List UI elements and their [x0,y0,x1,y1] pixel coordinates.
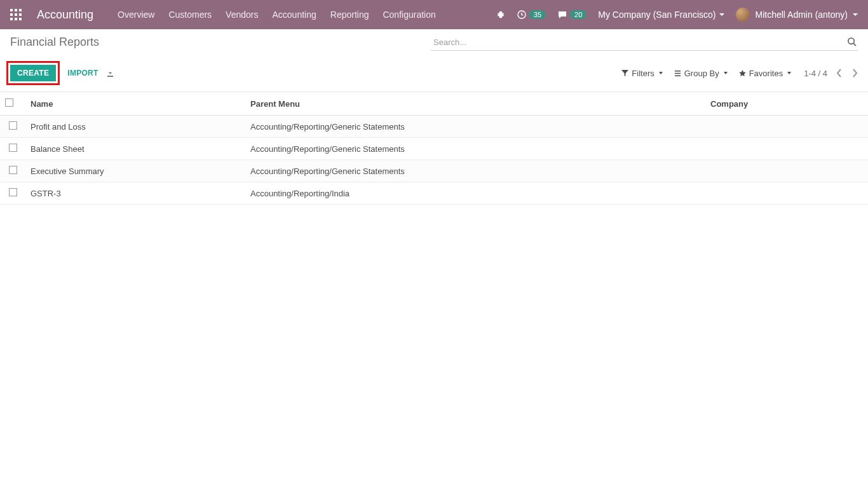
svg-rect-2 [19,9,22,11]
top-navbar: Accounting Overview Customers Vendors Ac… [0,0,868,29]
create-button[interactable]: CREATE [10,65,56,81]
table-row[interactable]: Executive Summary Accounting/Reporting/G… [0,160,868,182]
cell-parent: Accounting/Reporting/Generic Statements [245,160,705,182]
row-checkbox[interactable] [9,121,17,130]
cell-company [705,116,868,138]
chat-badge: 20 [570,10,587,19]
header-checkbox-cell [0,92,25,116]
header-company[interactable]: Company [705,92,868,116]
search-box [431,36,858,51]
cell-name: GSTR-3 [25,182,245,205]
cp-row-top: Financial Reports [10,36,858,51]
cell-company [705,182,868,205]
nav-link-vendors[interactable]: Vendors [226,10,258,20]
svg-rect-7 [15,18,17,20]
caret-down-icon [787,72,791,74]
company-switcher[interactable]: My Company (San Francisco) [598,10,724,20]
nav-link-reporting[interactable]: Reporting [330,10,369,20]
cell-name: Balance Sheet [25,138,245,160]
row-checkbox[interactable] [9,166,17,174]
svg-rect-8 [19,18,22,20]
avatar [736,8,750,22]
page-title: Financial Reports [10,36,99,51]
filters-button[interactable]: Filters [621,69,662,78]
search-input[interactable] [431,36,858,51]
nav-link-configuration[interactable]: Configuration [383,10,435,20]
timer-badge: 35 [529,10,546,19]
create-highlight: CREATE [6,61,60,85]
apps-icon[interactable] [10,9,22,20]
nav-link-accounting[interactable]: Accounting [272,10,316,20]
control-panel: Financial Reports CREATE IMPORT Filters [0,29,868,92]
navbar-right: 35 20 My Company (San Francisco) Mitchel… [496,8,858,22]
nav-link-customers[interactable]: Customers [168,10,212,20]
group-by-label: Group By [684,69,719,78]
header-parent[interactable]: Parent Menu [245,92,705,116]
cell-parent: Accounting/Reporting/Generic Statements [245,138,705,160]
group-by-button[interactable]: Group By [674,69,728,78]
nav-link-overview[interactable]: Overview [118,10,154,20]
cp-row-bottom: CREATE IMPORT Filters Group By [10,56,858,92]
svg-rect-1 [15,9,17,11]
svg-rect-6 [10,18,13,20]
cell-parent: Accounting/Reporting/India [245,182,705,205]
cell-parent: Accounting/Reporting/Generic Statements [245,116,705,138]
row-checkbox[interactable] [9,188,17,196]
svg-rect-4 [15,13,17,16]
svg-rect-3 [10,13,13,16]
list-table: Name Parent Menu Company Profit and Loss… [0,92,868,205]
caret-down-icon [719,13,724,16]
nav-links: Overview Customers Vendors Accounting Re… [118,10,436,20]
cell-name: Executive Summary [25,160,245,182]
caret-down-icon [853,13,858,16]
pager-next[interactable] [851,69,858,78]
cell-company [705,138,868,160]
user-name: Mitchell Admin (antony) [755,10,848,20]
pager-prev[interactable] [836,69,843,78]
caret-down-icon [724,72,728,74]
import-button[interactable]: IMPORT [67,69,98,78]
pager-text[interactable]: 1-4 / 4 [804,69,827,78]
user-menu[interactable]: Mitchell Admin (antony) [736,8,858,22]
favorites-button[interactable]: Favorites [739,69,791,78]
right-controls: Filters Group By Favorites 1-4 / 4 [621,69,858,78]
svg-rect-5 [19,13,22,16]
table-row[interactable]: Balance Sheet Accounting/Reporting/Gener… [0,138,868,160]
favorites-label: Favorites [749,69,783,78]
download-icon[interactable] [106,69,114,78]
app-title[interactable]: Accounting [37,8,93,22]
caret-down-icon [659,72,663,74]
header-name[interactable]: Name [25,92,245,116]
filter-group: Filters Group By Favorites [621,69,791,78]
cell-name: Profit and Loss [25,116,245,138]
left-buttons: CREATE IMPORT [10,61,114,85]
svg-point-10 [848,38,854,44]
cell-company [705,160,868,182]
bug-icon[interactable] [496,10,505,19]
select-all-checkbox[interactable] [5,98,13,107]
timer-pill[interactable]: 35 [517,10,546,20]
table-row[interactable]: Profit and Loss Accounting/Reporting/Gen… [0,116,868,138]
pager: 1-4 / 4 [804,69,858,78]
company-name: My Company (San Francisco) [598,10,715,20]
chat-pill[interactable]: 20 [557,10,587,20]
search-icon[interactable] [847,37,857,48]
filters-label: Filters [632,69,654,78]
table-header-row: Name Parent Menu Company [0,92,868,116]
row-checkbox[interactable] [9,144,17,152]
svg-rect-0 [10,9,13,11]
table-row[interactable]: GSTR-3 Accounting/Reporting/India [0,182,868,205]
navbar-left: Accounting Overview Customers Vendors Ac… [10,8,436,22]
